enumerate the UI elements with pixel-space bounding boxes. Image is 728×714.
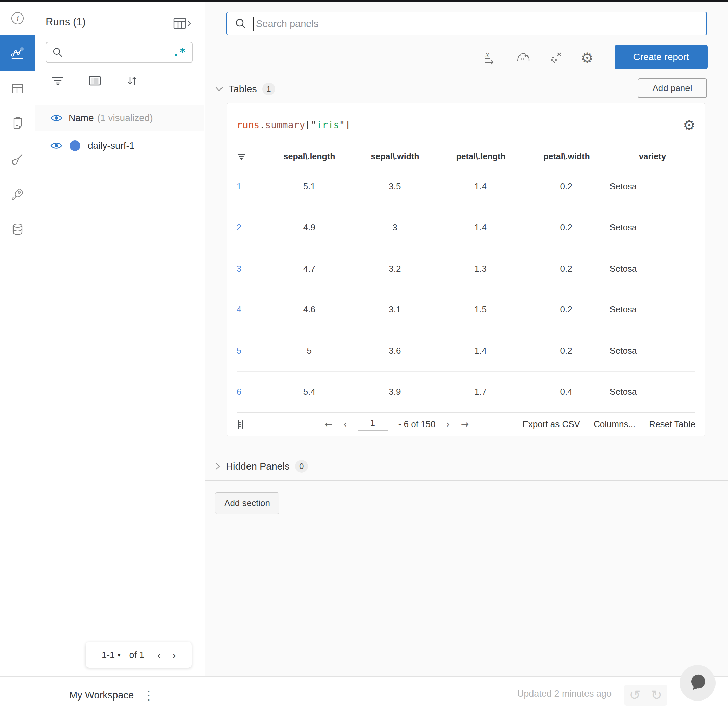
- row-index-link[interactable]: 6: [237, 387, 266, 397]
- column-header[interactable]: petal\.length: [438, 152, 524, 161]
- chevron-right-icon[interactable]: [215, 462, 221, 470]
- row-index-link[interactable]: 2: [237, 223, 266, 232]
- kebab-menu-icon[interactable]: ⋮: [143, 690, 155, 700]
- add-section-button[interactable]: Add section: [215, 492, 279, 514]
- runs-search-box[interactable]: .*: [45, 42, 193, 63]
- workspace-name-label[interactable]: My Workspace: [69, 690, 134, 701]
- column-header[interactable]: petal\.width: [524, 152, 609, 161]
- nav-info-item[interactable]: i: [0, 10, 35, 26]
- row-index-link[interactable]: 3: [237, 264, 266, 274]
- hidden-panels-section-header[interactable]: Hidden Panels 0: [215, 460, 308, 473]
- svg-text:i: i: [16, 14, 18, 22]
- cell-petal-length: 1.7: [438, 387, 523, 397]
- create-report-button[interactable]: Create report: [615, 45, 708, 69]
- table-body: 1 5.1 3.5 1.4 0.2 Setosa 2 4.9 3 1.4 0.2…: [237, 166, 695, 412]
- cell-petal-width: 0.2: [523, 345, 609, 356]
- search-icon: [52, 47, 63, 58]
- iris-table-panel[interactable]: runs.summary["iris"] ⚙ sepal\.lengthsepa…: [227, 103, 705, 436]
- nav-sweeps-item[interactable]: [0, 152, 35, 168]
- column-header[interactable]: variety: [609, 152, 695, 161]
- expand-run-table-button[interactable]: [173, 16, 192, 31]
- runs-sidebar: Runs (1) .*: [35, 2, 204, 676]
- runs-page-range[interactable]: 1-1: [102, 650, 115, 660]
- next-page-button[interactable]: ›: [447, 419, 450, 430]
- chat-support-button[interactable]: [680, 665, 716, 701]
- panel-expression[interactable]: runs.summary["iris"]: [237, 120, 350, 130]
- workspace-action-icons: x ⚙: [483, 50, 594, 66]
- row-index-link[interactable]: 1: [237, 182, 266, 191]
- smoothing-iron-icon[interactable]: [515, 50, 531, 66]
- workspace-main: x ⚙ Create report Tables 1 Add p: [205, 2, 728, 676]
- last-page-button[interactable]: →: [461, 419, 469, 430]
- runs-column-name-label[interactable]: Name: [69, 113, 94, 123]
- cell-sepal-length: 4.7: [266, 264, 352, 274]
- redo-icon[interactable]: ↻: [645, 685, 667, 706]
- cell-sepal-length: 4.6: [266, 304, 352, 315]
- first-page-button[interactable]: ←: [325, 419, 332, 430]
- run-name-label[interactable]: daily-surf-1: [88, 140, 134, 151]
- column-header[interactable]: sepal\.length: [266, 152, 352, 161]
- filter-icon[interactable]: [50, 73, 65, 88]
- nav-launch-item[interactable]: [0, 187, 35, 202]
- add-panel-button[interactable]: Add panel: [638, 78, 707, 98]
- undo-icon[interactable]: ↺: [624, 685, 645, 706]
- info-icon: i: [10, 10, 25, 26]
- export-csv-button[interactable]: Export as CSV: [522, 419, 580, 429]
- sort-icon[interactable]: [125, 73, 140, 88]
- page-size-dropdown-icon[interactable]: ▾: [117, 652, 120, 658]
- chat-bubble-icon: [688, 673, 707, 693]
- workspace-switcher[interactable]: My Workspace ⋮: [69, 676, 155, 714]
- column-header[interactable]: sepal\.width: [352, 152, 438, 161]
- nav-panels-item[interactable]: [0, 81, 35, 96]
- panel-search-box[interactable]: [226, 12, 707, 35]
- row-index-link[interactable]: 5: [237, 346, 266, 356]
- runs-list-header: Name (1 visualized): [35, 105, 204, 131]
- table-filter-icon[interactable]: [237, 152, 246, 161]
- hidden-panels-label[interactable]: Hidden Panels: [226, 461, 290, 472]
- cell-petal-length: 1.4: [438, 181, 523, 192]
- runs-prev-page-button[interactable]: ‹: [157, 649, 161, 662]
- clipboard-icon: [10, 116, 25, 131]
- cell-petal-length: 1.5: [438, 304, 523, 315]
- table-row: 2 4.9 3 1.4 0.2 Setosa: [237, 207, 695, 248]
- x-axis-settings-icon[interactable]: x: [483, 50, 498, 66]
- table-header-row: sepal\.lengthsepal\.widthpetal\.lengthpe…: [237, 147, 695, 166]
- panel-search-input[interactable]: [254, 18, 706, 29]
- nav-reports-item[interactable]: [0, 116, 35, 131]
- outliers-icon[interactable]: [548, 50, 564, 66]
- runs-search-input[interactable]: [67, 47, 173, 58]
- header-index-cell: [237, 152, 266, 161]
- cell-sepal-width: 3.6: [352, 345, 438, 356]
- cell-sepal-length: 4.9: [266, 222, 352, 233]
- cell-petal-width: 0.2: [523, 222, 609, 233]
- display-settings-icon[interactable]: [87, 73, 102, 88]
- panel-settings-gear-icon[interactable]: ⚙: [683, 117, 695, 133]
- last-updated-label[interactable]: Updated 2 minutes ago: [517, 689, 612, 702]
- nav-artifacts-item[interactable]: [0, 222, 35, 237]
- left-nav-rail: i: [0, 2, 35, 676]
- run-color-dot[interactable]: [69, 140, 80, 151]
- columns-button[interactable]: Columns...: [594, 419, 635, 429]
- settings-gear-icon[interactable]: ⚙: [581, 51, 594, 66]
- cell-sepal-width: 3.1: [352, 304, 438, 315]
- row-index-link[interactable]: 4: [237, 305, 266, 315]
- tables-section-label[interactable]: Tables: [229, 84, 257, 95]
- chevron-down-icon[interactable]: [215, 86, 223, 92]
- panels-icon: [10, 81, 25, 96]
- panel-title-row: runs.summary["iris"] ⚙: [237, 103, 695, 147]
- database-icon: [10, 222, 25, 237]
- reset-table-button[interactable]: Reset Table: [649, 419, 695, 429]
- cell-sepal-width: 3: [352, 222, 438, 233]
- page-number-input[interactable]: 1: [358, 418, 388, 431]
- visibility-eye-icon[interactable]: [50, 114, 63, 123]
- expr-dot: .: [259, 120, 265, 130]
- cell-petal-length: 1.4: [438, 222, 523, 233]
- run-row[interactable]: daily-surf-1: [35, 131, 204, 160]
- tables-section-header[interactable]: Tables 1: [215, 82, 275, 96]
- prev-page-button[interactable]: ‹: [343, 419, 347, 430]
- runs-next-page-button[interactable]: ›: [172, 649, 176, 662]
- nav-workspace-item[interactable]: [0, 35, 35, 71]
- regex-toggle-icon[interactable]: .*: [173, 49, 186, 56]
- visibility-eye-icon[interactable]: [50, 141, 63, 150]
- row-height-icon[interactable]: [237, 419, 244, 430]
